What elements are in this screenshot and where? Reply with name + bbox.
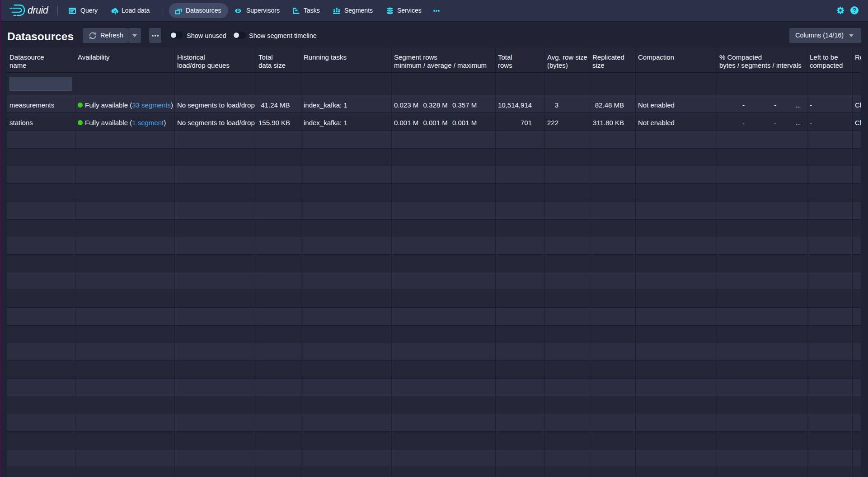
svg-text:?: ? [853,7,857,14]
